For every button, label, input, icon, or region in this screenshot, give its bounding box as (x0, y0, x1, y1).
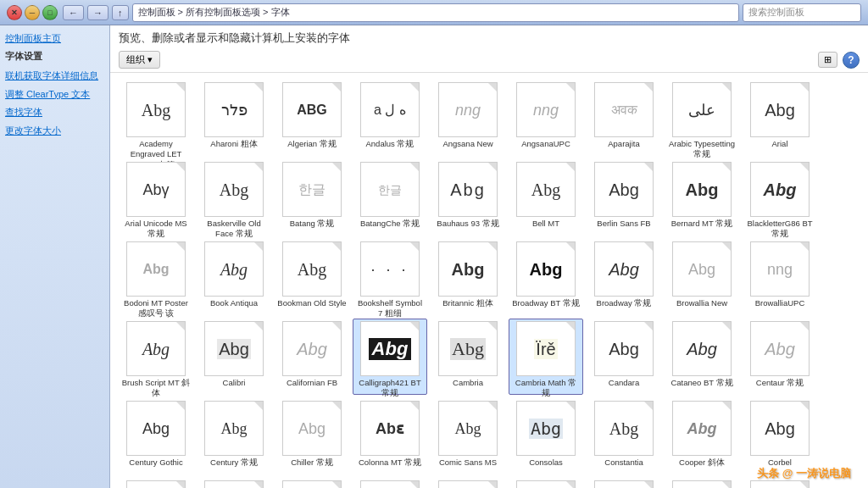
font-item[interactable]: AbgCentury 常规 (197, 398, 271, 474)
font-label: Candara (609, 378, 639, 388)
font-item[interactable]: nngAngsana New (431, 80, 505, 156)
search-bar[interactable]: 搜索控制面板 (743, 3, 861, 22)
help-button[interactable]: ? (843, 52, 860, 69)
sidebar-item-preview[interactable]: 查找字体 (5, 106, 104, 119)
font-item[interactable]: AbgBritannic 粗体 (431, 239, 505, 315)
font-item[interactable]: AbgChiller 常规 (275, 398, 349, 474)
font-label: Bookman Old Style (277, 298, 346, 308)
font-icon: Abg (204, 241, 264, 297)
font-item[interactable]: AbgCataneo BT 常规 (665, 319, 739, 395)
font-item[interactable]: AbgCooper 斜体 (665, 398, 739, 474)
font-item[interactable]: AbgCalligraph421 BT 常规 (353, 319, 427, 395)
font-icon: Abg (282, 241, 342, 297)
font-item[interactable]: AbgBlackletterG86 BT 常规 (743, 159, 817, 236)
font-item[interactable]: AbgBook Antiqua (197, 239, 271, 315)
font-item[interactable]: AbgCorbel (743, 398, 817, 474)
font-label: Book Antiqua (210, 298, 258, 308)
font-item[interactable]: AbgCambria (431, 319, 505, 395)
maximize-button[interactable]: □ (42, 5, 58, 20)
sidebar-item-control-panel-home[interactable]: 控制面板主页 (5, 32, 104, 45)
font-item[interactable]: AbgCentury Gothic (119, 398, 193, 474)
font-item[interactable]: ABGAlgerian 常规 (275, 80, 349, 156)
breadcrumb[interactable]: 控制面板 > 所有控制面板选项 > 字体 (132, 3, 740, 22)
font-item[interactable]: ﻋﻠﻰArabic Typesetting 常规 (665, 80, 739, 156)
font-icon: Abg (438, 321, 498, 376)
font-item[interactable]: AbgBrush Script MT 斜体 (119, 319, 193, 395)
font-label: Bell MT (532, 219, 559, 229)
font-item[interactable]: nngAngsanaUPC (509, 80, 583, 156)
font-item[interactable]: AbgAcademy Engraved LET Plain 中等 (119, 80, 193, 156)
font-preview-text: nng (533, 103, 559, 118)
font-item[interactable]: a ه لAndalus 常规 (353, 80, 427, 156)
font-preview-text: Abg (142, 263, 169, 276)
toolbar-right: ⊞ ? (818, 52, 860, 69)
font-label: Cambria (453, 378, 483, 388)
font-item[interactable]: AbgCalifornian FB (275, 319, 349, 395)
font-preview-text: Abg (529, 419, 563, 439)
font-item[interactable]: AbgCourier 常规 (353, 478, 427, 488)
font-preview-text: Abg (765, 341, 795, 358)
font-item[interactable]: AbgCentaur 常规 (743, 319, 817, 395)
font-preview-text: ﻋﻠﻰ (688, 103, 715, 118)
font-item[interactable]: AbgBell MT (509, 159, 583, 236)
title-bar: ✕ ─ □ ← → ↑ 控制面板 > 所有控制面板选项 > 字体 搜索控制面板 (0, 0, 868, 25)
font-item[interactable]: AbgConsolas (509, 398, 583, 474)
font-item[interactable]: AbgConstantia (587, 398, 661, 474)
font-item[interactable]: AbgCourier New (275, 478, 349, 488)
font-item[interactable]: अवकAparajita (587, 80, 661, 156)
font-item[interactable]: ຄDokChampa 常规 (743, 478, 817, 488)
font-item[interactable]: AbgBrowallia New (665, 239, 739, 315)
font-item[interactable]: 繁體字DFKai-SB 常规 (587, 478, 661, 488)
font-item[interactable]: AbgCalibri (197, 319, 271, 395)
font-preview-text: Abg (609, 420, 638, 437)
font-item[interactable]: AbgBodoni MT Poster 感叹号 该 (119, 239, 193, 315)
font-item[interactable]: AbɛColonna MT 常规 (353, 398, 427, 474)
font-preview-text: Abg (531, 181, 560, 198)
back-button[interactable]: ← (63, 5, 84, 20)
font-item[interactable]: AbgCandara (587, 319, 661, 395)
font-icon: Abg (438, 241, 498, 297)
main-layout: 控制面板主页 字体设置 联机获取字体详细信息 调整 ClearType 文本 查… (0, 25, 868, 488)
up-button[interactable]: ↑ (112, 5, 129, 20)
font-item[interactable]: AbgArial (743, 80, 817, 156)
sidebar-item-font-size[interactable]: 更改字体大小 (5, 125, 104, 137)
organize-button[interactable]: 组织 ▾ (119, 51, 160, 69)
font-label: BatangChe 常规 (360, 219, 420, 229)
font-item[interactable]: AbgBaskerville Old Face 常规 (197, 159, 271, 236)
font-preview-text: Abg (764, 181, 797, 198)
font-item[interactable]: · · ·Bookshelf Symbol 7 粗细 (353, 239, 427, 315)
font-item[interactable]: AbgComic Sans MS (431, 398, 505, 474)
font-icon: Abg (672, 401, 732, 456)
font-item[interactable]: AbgBroadway BT 常规 (509, 239, 583, 315)
font-item[interactable]: 한글BatangChe 常规 (353, 159, 427, 236)
font-item[interactable]: פלרAharoni 粗体 (197, 80, 271, 156)
font-item[interactable]: 한글Batang 常规 (275, 159, 349, 236)
font-preview-text: Abg (609, 341, 639, 358)
font-item[interactable]: ÏrěCambria Math 常规 (509, 319, 583, 395)
font-icon: Abg (750, 82, 810, 137)
font-preview-text: Abg (297, 341, 327, 358)
font-icon: Abg (750, 162, 810, 217)
forward-button[interactable]: → (87, 5, 108, 20)
font-preview-text: Abg (609, 181, 639, 198)
font-item[interactable]: AbgBookman Old Style (275, 239, 349, 315)
font-item[interactable]: AbgCordia New (119, 478, 193, 488)
sidebar-item-font-info[interactable]: 联机获取字体详细信息 (5, 69, 104, 82)
font-item[interactable]: ʤΝDavid (509, 478, 583, 488)
font-item[interactable]: nngCordiaUPC (197, 478, 271, 488)
close-button[interactable]: ✕ (7, 5, 22, 20)
font-label: Arial (771, 139, 787, 149)
font-item[interactable]: AbγArial Unicode MS 常规 (119, 159, 193, 236)
font-item[interactable]: nngBrowalliaUPC (743, 239, 817, 315)
font-item[interactable]: AbgBerlin Sans FB (587, 159, 661, 236)
font-label: Century Gothic (129, 458, 182, 468)
minimize-button[interactable]: ─ (25, 5, 40, 20)
font-item[interactable]: AbgBauhaus 93 常规 (431, 159, 505, 236)
font-item[interactable]: nngDilleniaUPC (665, 478, 739, 488)
view-button[interactable]: ⊞ (818, 52, 837, 68)
font-item[interactable]: AbgBernard MT 常规 (665, 159, 739, 236)
sidebar-item-cleartype[interactable]: 调整 ClearType 文本 (5, 88, 104, 101)
font-item[interactable]: nngDaunPenh 常规 (431, 478, 505, 488)
font-item[interactable]: AbgBroadway 常规 (587, 239, 661, 315)
font-preview-text: Abg (217, 339, 251, 359)
